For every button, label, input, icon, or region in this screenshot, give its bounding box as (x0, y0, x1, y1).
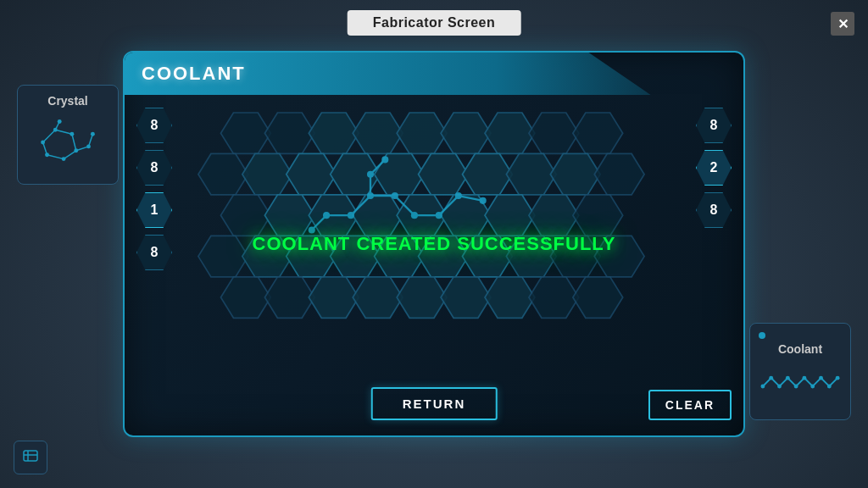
svg-marker-45 (573, 195, 623, 236)
slot-left-3[interactable]: 1 (136, 192, 172, 228)
svg-marker-34 (506, 153, 556, 194)
right-slots-container: 8 2 8 (696, 108, 732, 228)
coolant-card: Coolant (749, 323, 851, 420)
left-slots-container: 8 8 1 8 (136, 108, 172, 270)
svg-line-4 (47, 155, 64, 159)
svg-point-87 (769, 376, 773, 380)
svg-marker-20 (309, 113, 359, 153)
svg-marker-59 (353, 277, 403, 318)
svg-point-10 (53, 128, 58, 132)
svg-line-0 (43, 130, 56, 142)
svg-marker-60 (397, 277, 447, 318)
svg-marker-57 (264, 277, 314, 318)
svg-point-12 (74, 148, 78, 152)
slot-left-4[interactable]: 8 (136, 235, 172, 270)
clear-button[interactable]: CLEAR (648, 390, 732, 420)
svg-marker-26 (573, 113, 623, 153)
bottom-icon-button[interactable] (14, 441, 47, 474)
svg-point-76 (348, 212, 354, 219)
svg-point-78 (392, 192, 398, 199)
svg-marker-18 (220, 113, 270, 153)
svg-point-81 (455, 192, 462, 199)
svg-point-14 (45, 152, 49, 157)
svg-marker-28 (242, 153, 292, 194)
svg-marker-33 (462, 153, 512, 194)
svg-point-82 (480, 197, 487, 204)
svg-marker-61 (441, 277, 491, 318)
svg-point-86 (760, 385, 765, 389)
svg-point-9 (41, 141, 45, 145)
svg-point-95 (836, 376, 840, 380)
panel-title: COOLANT (142, 63, 246, 85)
return-button[interactable]: RETURN (371, 387, 498, 420)
svg-marker-24 (485, 113, 535, 153)
svg-marker-62 (485, 277, 535, 318)
svg-point-92 (810, 385, 815, 389)
slot-right-2[interactable]: 2 (696, 150, 732, 186)
svg-marker-29 (287, 153, 337, 194)
main-panel: COOLANT (123, 51, 745, 437)
svg-marker-44 (529, 195, 579, 236)
close-button[interactable]: ✕ (831, 12, 854, 36)
svg-point-88 (777, 385, 782, 389)
svg-line-1 (55, 130, 72, 134)
crystal-label: Crystal (26, 94, 109, 108)
svg-point-90 (794, 385, 798, 389)
svg-point-15 (58, 119, 62, 124)
svg-marker-36 (594, 153, 644, 194)
svg-line-2 (72, 134, 76, 151)
svg-marker-19 (264, 113, 314, 153)
svg-point-83 (367, 171, 374, 178)
svg-marker-23 (441, 113, 491, 153)
svg-marker-56 (220, 277, 270, 318)
coolant-diagram (759, 361, 842, 408)
svg-marker-38 (264, 195, 314, 236)
svg-point-11 (70, 132, 74, 136)
svg-point-16 (86, 144, 91, 148)
slot-right-1[interactable]: 8 (696, 108, 732, 143)
svg-marker-22 (397, 113, 447, 153)
svg-point-89 (786, 376, 790, 380)
coolant-dot (759, 332, 765, 339)
slot-left-1[interactable]: 8 (136, 108, 172, 143)
svg-rect-96 (24, 451, 37, 461)
svg-point-94 (827, 385, 832, 389)
svg-marker-40 (353, 195, 403, 236)
svg-point-17 (91, 132, 95, 136)
svg-point-79 (411, 212, 418, 219)
title-text: Fabricator Screen (373, 15, 496, 30)
svg-marker-43 (485, 195, 535, 236)
svg-point-93 (819, 376, 823, 380)
svg-marker-58 (309, 277, 359, 318)
title-bar: Fabricator Screen (348, 10, 521, 36)
svg-point-91 (802, 376, 806, 380)
svg-point-84 (381, 156, 388, 163)
svg-line-3 (64, 151, 76, 159)
svg-marker-21 (353, 113, 403, 153)
coolant-label: Coolant (759, 342, 842, 356)
svg-marker-64 (573, 277, 623, 318)
svg-point-80 (436, 212, 442, 219)
inventory-icon (21, 448, 40, 467)
svg-marker-35 (550, 153, 600, 194)
slot-right-3[interactable]: 8 (696, 192, 732, 228)
svg-point-13 (62, 157, 66, 161)
svg-marker-46 (198, 236, 248, 276)
svg-marker-63 (529, 277, 579, 318)
svg-point-75 (323, 212, 330, 219)
svg-marker-37 (220, 195, 270, 236)
crystal-diagram (26, 113, 109, 172)
svg-marker-32 (419, 153, 469, 194)
svg-point-77 (367, 192, 374, 199)
slot-left-2[interactable]: 8 (136, 150, 172, 186)
svg-marker-27 (198, 153, 248, 194)
success-message: COOLANT CREATED SUCCESSFULLY (253, 233, 616, 255)
panel-header: COOLANT (125, 53, 743, 95)
svg-marker-25 (529, 113, 579, 153)
crystal-card: Crystal (17, 85, 119, 185)
